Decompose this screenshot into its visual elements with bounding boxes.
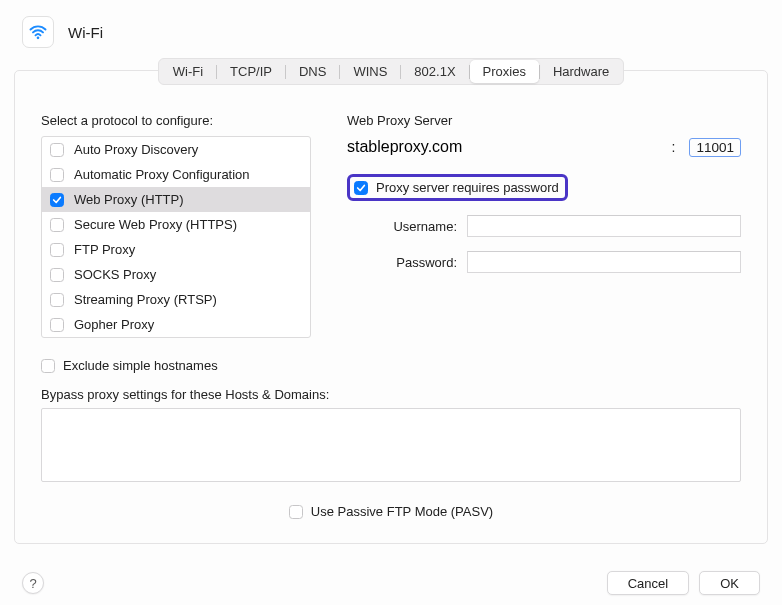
- tab-proxies[interactable]: Proxies: [470, 60, 539, 83]
- pasv-row[interactable]: Use Passive FTP Mode (PASV): [41, 504, 741, 519]
- pasv-label: Use Passive FTP Mode (PASV): [311, 504, 493, 519]
- exclude-hostnames-checkbox[interactable]: [41, 359, 55, 373]
- protocol-label: SOCKS Proxy: [74, 267, 156, 282]
- help-button[interactable]: ?: [22, 572, 44, 594]
- protocol-item[interactable]: Streaming Proxy (RTSP): [42, 287, 310, 312]
- host-port-separator: :: [672, 139, 676, 155]
- web-proxy-server-label: Web Proxy Server: [347, 113, 741, 128]
- svg-point-0: [37, 37, 40, 40]
- tab-wins[interactable]: WINS: [340, 60, 400, 83]
- tab-hardware[interactable]: Hardware: [540, 60, 622, 83]
- protocol-label: Gopher Proxy: [74, 317, 154, 332]
- password-row: Password:: [347, 251, 741, 273]
- footer: ? Cancel OK: [0, 571, 782, 595]
- protocol-label: Automatic Proxy Configuration: [74, 167, 250, 182]
- tab-802-1x[interactable]: 802.1X: [401, 60, 468, 83]
- password-label: Password:: [347, 255, 457, 270]
- protocol-checkbox[interactable]: [50, 143, 64, 157]
- password-input[interactable]: [467, 251, 741, 273]
- window-header: Wi-Fi: [0, 0, 782, 58]
- protocol-checkbox[interactable]: [50, 218, 64, 232]
- cancel-button[interactable]: Cancel: [607, 571, 689, 595]
- protocol-label: FTP Proxy: [74, 242, 135, 257]
- exclude-hostnames-row[interactable]: Exclude simple hostnames: [41, 358, 741, 373]
- wifi-icon: [22, 16, 54, 48]
- exclude-hostnames-label: Exclude simple hostnames: [63, 358, 218, 373]
- protocol-item[interactable]: Secure Web Proxy (HTTPS): [42, 212, 310, 237]
- proxy-host-input[interactable]: [347, 136, 597, 158]
- username-input[interactable]: [467, 215, 741, 237]
- protocol-item[interactable]: Auto Proxy Discovery: [42, 137, 310, 162]
- protocol-item[interactable]: Web Proxy (HTTP): [42, 187, 310, 212]
- protocol-checkbox[interactable]: [50, 193, 64, 207]
- username-label: Username:: [347, 219, 457, 234]
- protocol-item[interactable]: Gopher Proxy: [42, 312, 310, 337]
- select-protocol-label: Select a protocol to configure:: [41, 113, 321, 128]
- requires-password-row[interactable]: Proxy server requires password: [347, 174, 568, 201]
- window-title: Wi-Fi: [68, 24, 103, 41]
- username-row: Username:: [347, 215, 741, 237]
- bypass-textarea[interactable]: [41, 408, 741, 482]
- requires-password-checkbox[interactable]: [354, 181, 368, 195]
- protocol-label: Secure Web Proxy (HTTPS): [74, 217, 237, 232]
- proxy-port-input[interactable]: 11001: [689, 138, 741, 157]
- protocol-label: Auto Proxy Discovery: [74, 142, 198, 157]
- pasv-checkbox[interactable]: [289, 505, 303, 519]
- tab-bar: Wi-FiTCP/IPDNSWINS802.1XProxiesHardware: [14, 58, 768, 85]
- protocol-checkbox[interactable]: [50, 293, 64, 307]
- protocol-label: Web Proxy (HTTP): [74, 192, 184, 207]
- protocol-item[interactable]: FTP Proxy: [42, 237, 310, 262]
- protocol-item[interactable]: Automatic Proxy Configuration: [42, 162, 310, 187]
- settings-panel: Select a protocol to configure: Auto Pro…: [14, 70, 768, 544]
- bypass-label: Bypass proxy settings for these Hosts & …: [41, 387, 741, 402]
- tab-dns[interactable]: DNS: [286, 60, 339, 83]
- protocol-item[interactable]: SOCKS Proxy: [42, 262, 310, 287]
- protocol-checkbox[interactable]: [50, 318, 64, 332]
- tab-tcp-ip[interactable]: TCP/IP: [217, 60, 285, 83]
- protocol-checkbox[interactable]: [50, 268, 64, 282]
- protocol-checkbox[interactable]: [50, 168, 64, 182]
- requires-password-label: Proxy server requires password: [376, 180, 559, 195]
- server-address-row: : 11001: [347, 136, 741, 158]
- tab-wi-fi[interactable]: Wi-Fi: [160, 60, 216, 83]
- protocol-label: Streaming Proxy (RTSP): [74, 292, 217, 307]
- protocol-list[interactable]: Auto Proxy DiscoveryAutomatic Proxy Conf…: [41, 136, 311, 338]
- protocol-checkbox[interactable]: [50, 243, 64, 257]
- ok-button[interactable]: OK: [699, 571, 760, 595]
